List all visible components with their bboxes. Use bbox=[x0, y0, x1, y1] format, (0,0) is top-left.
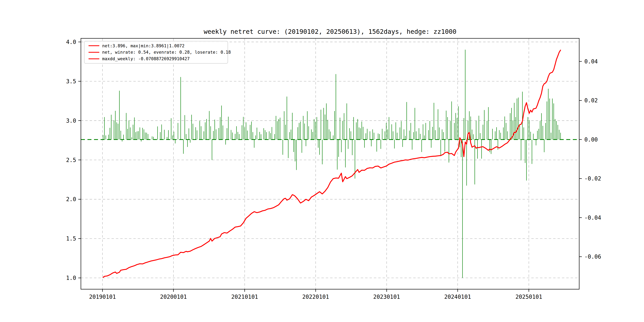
y-left-tick-label: 2.0 bbox=[66, 196, 76, 202]
x-tick-label: 20190101 bbox=[89, 294, 116, 300]
netret-figure: 2019010120200101202101012022010120230101… bbox=[0, 0, 644, 322]
y-left-tick-label: 1.0 bbox=[66, 275, 76, 281]
weekly-return-bars bbox=[103, 50, 561, 278]
legend-item-net: net:3.896, max|min:3.8961|1.0072 bbox=[88, 43, 228, 49]
x-tick-label: 20250101 bbox=[516, 294, 542, 300]
x-tick-label: 20240101 bbox=[444, 294, 471, 300]
y-left-tick-label: 4.0 bbox=[66, 39, 76, 45]
x-tick-label: 20200101 bbox=[160, 294, 187, 300]
y-right-tick-label: -0.04 bbox=[584, 214, 601, 221]
axes-spines bbox=[81, 38, 579, 289]
y-left-tick-label: 2.5 bbox=[66, 157, 76, 164]
legend-label-net: net:3.896, max|min:3.8961|1.0072 bbox=[102, 43, 184, 48]
legend-item-maxdd: maxdd_weekly: -0.07088726929910427 bbox=[88, 56, 228, 62]
net-line-swatch-icon bbox=[88, 45, 100, 46]
tick-labels: 2019010120200101202101012022010120230101… bbox=[66, 39, 601, 300]
grid-layer bbox=[81, 38, 579, 289]
chart-title: weekly netret curve: (20190102, 20250613… bbox=[81, 28, 579, 36]
x-tick-label: 20220101 bbox=[302, 294, 329, 300]
y-right-tick-label: -0.02 bbox=[584, 175, 601, 182]
y-left-tick-label: 3.0 bbox=[66, 118, 76, 124]
net-curve bbox=[103, 50, 561, 277]
maxdd-line-swatch-icon bbox=[88, 58, 100, 59]
legend-label-winrate: net, winrate: 0.54, evenrate: 0.28, lose… bbox=[102, 50, 231, 55]
tick-marks bbox=[78, 42, 582, 292]
y-right-tick-label: 0.02 bbox=[584, 97, 598, 104]
legend-label-maxdd: maxdd_weekly: -0.07088726929910427 bbox=[102, 56, 190, 61]
y-left-tick-label: 3.5 bbox=[66, 78, 76, 85]
y-right-tick-label: -0.06 bbox=[584, 254, 601, 260]
legend-item-winrate: net, winrate: 0.54, evenrate: 0.28, lose… bbox=[88, 49, 228, 55]
chart-legend: net:3.896, max|min:3.8961|1.0072 net, wi… bbox=[84, 41, 228, 64]
y-right-tick-label: 0.00 bbox=[584, 136, 598, 143]
y-right-tick-label: 0.04 bbox=[584, 58, 598, 65]
winrate-line-swatch-icon bbox=[88, 52, 100, 53]
y-left-tick-label: 1.5 bbox=[66, 235, 76, 242]
x-tick-label: 20230101 bbox=[373, 294, 400, 300]
x-tick-label: 20210101 bbox=[231, 294, 258, 300]
